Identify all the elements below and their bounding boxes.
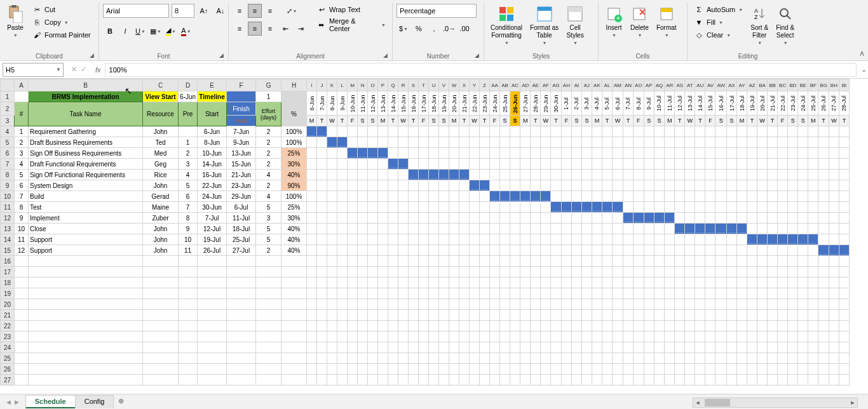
format-cells-button[interactable]: Format▼ <box>654 4 679 39</box>
row-header-18[interactable]: 18 <box>1 278 15 288</box>
col-header-Y[interactable]: Y <box>470 79 480 91</box>
insert-cells-button[interactable]: + Insert▼ <box>602 4 625 39</box>
row-header-19[interactable]: 19 <box>1 288 15 299</box>
col-header-AA[interactable]: AA <box>490 79 500 91</box>
delete-cells-button[interactable]: Delete▼ <box>628 4 651 39</box>
select-all-cell[interactable] <box>1 79 15 91</box>
borders-button[interactable]: ▦▼ <box>149 24 163 38</box>
number-dialog-launcher[interactable]: ◢ <box>475 52 482 60</box>
col-header-V[interactable]: V <box>439 79 449 91</box>
format-as-table-button[interactable]: Format as Table▼ <box>527 4 561 47</box>
col-header-AG[interactable]: AG <box>551 79 562 91</box>
row-header-27[interactable]: 27 <box>1 375 15 386</box>
col-header-E[interactable]: E <box>198 79 227 91</box>
task-row-10[interactable]: 1310CloseJohn912-Jul18-Jul540% <box>1 224 850 234</box>
col-header-H[interactable]: H <box>281 79 307 91</box>
alignment-dialog-launcher[interactable]: ◢ <box>383 52 391 60</box>
col-header-AY[interactable]: AY <box>737 79 747 91</box>
view-start-label-cell[interactable]: View Start <box>143 91 179 102</box>
row-header-7[interactable]: 7 <box>1 159 15 170</box>
empty-row[interactable]: 21 <box>1 310 850 321</box>
col-header-I[interactable]: I <box>307 79 317 91</box>
col-header-AE[interactable]: AE <box>531 79 541 91</box>
empty-row[interactable]: 22 <box>1 321 850 332</box>
col-header-Q[interactable]: Q <box>388 79 398 91</box>
col-header-AW[interactable]: AW <box>715 79 727 91</box>
task-row-11[interactable]: 1411SupportJohn1019-Jul25-Jul540% <box>1 234 850 245</box>
project-title-cell[interactable]: BRMS Implementation <box>29 91 143 102</box>
view-start-value-cell[interactable]: 6-Jun <box>179 91 198 102</box>
decrease-decimal-button[interactable]: .00 <box>458 22 471 36</box>
col-header-AO[interactable]: AO <box>634 79 644 91</box>
row-header-11[interactable]: 11 <box>1 202 15 213</box>
row-header-26[interactable]: 26 <box>1 364 15 375</box>
col-header-AB[interactable]: AB <box>500 79 510 91</box>
empty-row[interactable]: 26 <box>1 364 850 375</box>
number-format-combo[interactable] <box>397 4 477 18</box>
row-header-4[interactable]: 4 <box>1 126 15 137</box>
col-header-AP[interactable]: AP <box>644 79 654 91</box>
underline-button[interactable]: U▼ <box>133 24 147 38</box>
task-row-1[interactable]: 41Requirement GatheringJohn6-Jun7-Jun210… <box>1 126 850 137</box>
increase-indent-button[interactable]: ⇥ <box>294 22 308 36</box>
col-header-AM[interactable]: AM <box>612 79 623 91</box>
col-header-D[interactable]: D <box>179 79 198 91</box>
col-header-AL[interactable]: AL <box>602 79 612 91</box>
col-header-AC[interactable]: AC <box>510 79 520 91</box>
align-bottom-button[interactable]: ≡ <box>263 4 277 18</box>
col-header-BA[interactable]: BA <box>757 79 768 91</box>
align-middle-button[interactable]: ≡ <box>248 4 262 18</box>
add-sheet-button[interactable]: ⊕ <box>113 395 129 408</box>
increase-font-button[interactable]: A↑ <box>197 4 211 18</box>
col-header-T[interactable]: T <box>419 79 429 91</box>
tab-nav-next[interactable]: ► <box>13 398 20 406</box>
align-right-button[interactable]: ≡ <box>263 22 277 36</box>
autosum-button[interactable]: ΣAutoSum▼ <box>691 4 745 15</box>
col-header-N[interactable]: N <box>358 79 368 91</box>
col-header-Z[interactable]: Z <box>480 79 490 91</box>
col-header-BF[interactable]: BF <box>808 79 818 91</box>
row-header-17[interactable]: 17 <box>1 267 15 278</box>
col-header-R[interactable]: R <box>398 79 409 91</box>
col-header-AK[interactable]: AK <box>592 79 602 91</box>
fx-icon[interactable]: fx <box>92 66 105 74</box>
cell-styles-button[interactable]: Cell Styles▼ <box>564 4 587 47</box>
task-row-2[interactable]: 52Draft Business RequirementsTed18-Jun9-… <box>1 137 850 148</box>
timeline-label-cell[interactable]: Timeline <box>198 91 227 102</box>
row-header-21[interactable]: 21 <box>1 310 15 321</box>
align-center-button[interactable]: ≡ <box>248 22 262 36</box>
row-header-20[interactable]: 20 <box>1 299 15 310</box>
comma-format-button[interactable]: , <box>427 22 441 36</box>
sheet-tab-schedule[interactable]: Schedule <box>25 395 76 408</box>
col-header-K[interactable]: K <box>327 79 337 91</box>
col-header-S[interactable]: S <box>409 79 419 91</box>
merge-center-button[interactable]: ⬌ Merge & Center▼ <box>314 17 388 33</box>
col-header-AZ[interactable]: AZ <box>747 79 757 91</box>
task-row-12[interactable]: 1512SupportJohn1126-Jul27-Jul240% <box>1 245 850 256</box>
copy-button[interactable]: ⎘ Copy▼ <box>29 17 93 28</box>
col-header-BB[interactable]: BB <box>768 79 778 91</box>
scroll-right-arrow[interactable]: ► <box>848 399 857 406</box>
decrease-font-button[interactable]: A↓ <box>214 4 227 18</box>
empty-row[interactable]: 27 <box>1 375 850 386</box>
formula-input[interactable] <box>105 63 857 77</box>
col-header-L[interactable]: L <box>337 79 348 91</box>
enter-formula-button[interactable]: ✓ <box>81 65 86 74</box>
accounting-format-button[interactable]: $▼ <box>397 22 410 36</box>
empty-row[interactable]: 17 <box>1 267 850 278</box>
task-row-5[interactable]: 85Sign Off Functional RequirementsRice41… <box>1 170 850 180</box>
row-header-6[interactable]: 6 <box>1 148 15 159</box>
cancel-formula-button[interactable]: ✕ <box>71 65 77 74</box>
empty-row[interactable]: 20 <box>1 299 850 310</box>
percent-format-button[interactable]: % <box>412 22 426 36</box>
row-header-22[interactable]: 22 <box>1 321 15 332</box>
sheet-tab-config[interactable]: Config <box>75 395 114 408</box>
bold-button[interactable]: B <box>103 24 117 38</box>
col-header-AI[interactable]: AI <box>571 79 581 91</box>
col-header-J[interactable]: J <box>317 79 327 91</box>
clipboard-dialog-launcher[interactable]: ◢ <box>90 52 97 60</box>
task-row-6[interactable]: 96System DesignJohn522-Jun23-Jun290% <box>1 180 850 191</box>
scroll-left-arrow[interactable]: ◄ <box>693 399 702 406</box>
col-header-AS[interactable]: AS <box>675 79 685 91</box>
col-header-M[interactable]: M <box>348 79 358 91</box>
